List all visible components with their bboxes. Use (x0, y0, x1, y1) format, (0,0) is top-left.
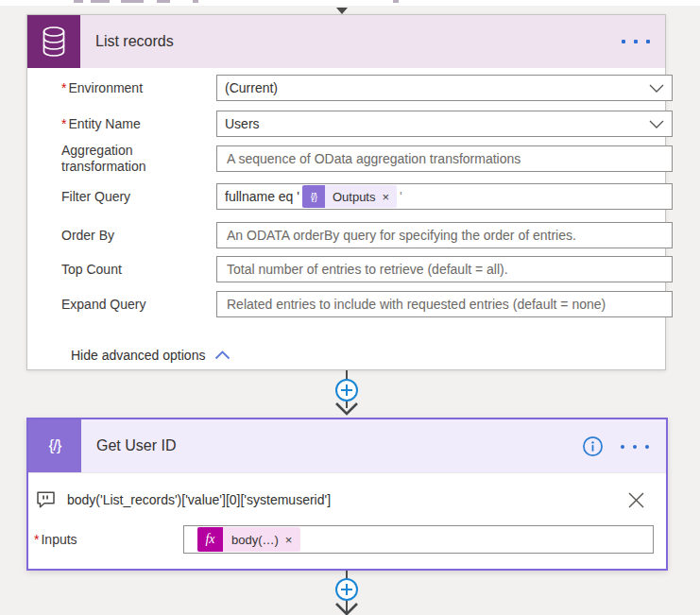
token-label: Outputs (333, 190, 376, 204)
aggregation-input[interactable] (225, 150, 664, 167)
required-marker: * (61, 116, 66, 131)
field-label: *Entity Name (61, 116, 216, 132)
filter-query-text: fullname eq ' (225, 189, 299, 204)
hide-advanced-options-toggle[interactable]: Hide advanced options (71, 348, 230, 363)
field-label: Filter Query (61, 189, 216, 205)
aggregation-input-box (216, 145, 673, 172)
filter-query-input[interactable]: fullname eq ' {/} Outputs × ' (216, 183, 673, 210)
token-remove-button[interactable]: × (285, 534, 293, 546)
card-title: Get User ID (96, 437, 176, 454)
compose-action-icon: {/} (28, 419, 81, 472)
info-icon[interactable] (582, 436, 604, 461)
expand-query-input[interactable] (225, 296, 664, 313)
field-label: *Inputs (34, 532, 183, 548)
token-label: body(…) (231, 533, 279, 547)
entity-name-dropdown[interactable]: Users (216, 111, 673, 137)
field-label: Order By (61, 228, 216, 244)
clipped-text-remnant (91, 0, 110, 3)
fx-icon: fx (197, 527, 223, 552)
card-header[interactable]: {/} Get User ID (28, 419, 666, 472)
clipped-text-remnant (74, 0, 83, 3)
insert-step-button[interactable] (335, 379, 358, 401)
action-card-get-user-id: {/} Get User ID body('List_records')['va… (26, 418, 668, 571)
field-row-entity-name: *Entity Name Users (61, 111, 673, 137)
order-by-input-box (216, 222, 673, 248)
token-remove-button[interactable]: × (382, 191, 389, 203)
fx-expression-token[interactable]: fx body(…) × (197, 527, 300, 552)
expand-query-input-box (216, 291, 673, 317)
card-header[interactable]: List records (27, 15, 665, 68)
field-label: Aggregation transformation (61, 143, 216, 175)
filter-query-text: ' (400, 189, 402, 204)
top-count-input-box (216, 256, 673, 282)
connector-caret-icon (336, 8, 348, 14)
more-actions-button[interactable] (622, 40, 650, 43)
order-by-input[interactable] (225, 227, 664, 244)
header-divider (28, 472, 666, 473)
comment-icon (36, 490, 56, 509)
clear-expression-button[interactable] (627, 491, 645, 509)
more-actions-button[interactable] (621, 445, 649, 449)
expression-token-icon: {/} (302, 185, 325, 208)
environment-dropdown[interactable]: (Current) (216, 75, 673, 101)
top-count-input[interactable] (225, 261, 664, 278)
inputs-input[interactable]: fx body(…) × (183, 525, 654, 554)
chevron-up-icon (214, 350, 230, 360)
outputs-token[interactable]: {/} Outputs × (302, 185, 397, 208)
field-row-filter-query: Filter Query fullname eq ' {/} Outputs ×… (61, 183, 673, 210)
clipped-text-remnant (393, 0, 399, 3)
required-marker: * (61, 80, 66, 95)
action-card-list-records: List records *Environment (Current) *Ent… (26, 14, 666, 370)
chevron-down-icon (649, 120, 664, 128)
expression-text: body('List_records')['value'][0]['system… (67, 492, 627, 507)
chevron-down-icon (649, 84, 664, 93)
dataverse-connector-icon (27, 15, 80, 68)
required-marker: * (34, 532, 39, 547)
dropdown-value: Users (225, 116, 649, 131)
toggle-label: Hide advanced options (71, 348, 205, 363)
field-label: Top Count (61, 262, 216, 278)
field-row-aggregation: Aggregation transformation (61, 145, 673, 172)
arrow-down-icon (334, 402, 359, 416)
dropdown-value: (Current) (225, 80, 649, 95)
field-row-inputs: *Inputs fx body(…) × (34, 525, 654, 554)
field-row-expand-query: Expand Query (61, 291, 673, 317)
field-row-environment: *Environment (Current) (61, 75, 673, 101)
expression-row: body('List_records')['value'][0]['system… (36, 486, 657, 514)
database-icon (39, 26, 69, 58)
field-row-top-count: Top Count (61, 256, 673, 282)
field-row-order-by: Order By (61, 222, 673, 248)
arrow-down-icon (334, 603, 359, 615)
clipped-text-remnant (157, 0, 170, 3)
field-label: Expand Query (61, 297, 216, 313)
card-title: List records (95, 33, 174, 50)
clipped-text-remnant (193, 0, 198, 3)
clipped-text-remnant (121, 0, 144, 3)
field-label: *Environment (61, 80, 216, 96)
insert-step-button[interactable] (335, 578, 358, 601)
